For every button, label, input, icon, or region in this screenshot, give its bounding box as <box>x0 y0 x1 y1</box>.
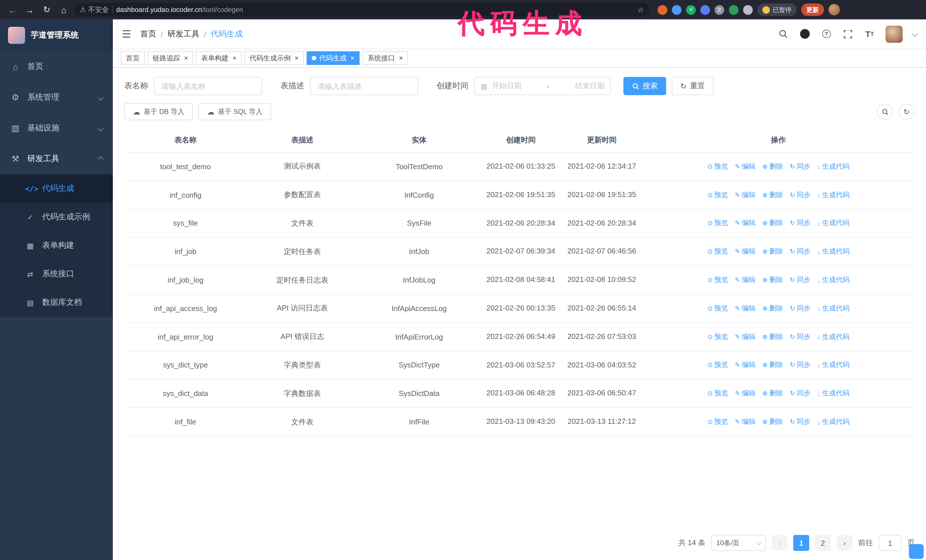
tab-code-generation[interactable]: 代码生成 × <box>307 51 360 65</box>
page-size-select[interactable]: 10条/页 <box>711 535 766 551</box>
edit-link[interactable]: ✎编辑 <box>735 332 755 341</box>
preview-link[interactable]: ⊙预览 <box>707 275 728 285</box>
tab-home[interactable]: 首页 <box>121 51 145 65</box>
generate-link[interactable]: ↓生成代码 <box>817 162 849 172</box>
extension-icon-blue-drop[interactable] <box>672 5 682 15</box>
extension-icon-people[interactable] <box>701 5 710 15</box>
preview-link[interactable]: ⊙预览 <box>707 332 728 341</box>
delete-link[interactable]: ⊗删除 <box>763 247 783 257</box>
table-name-input[interactable] <box>154 77 262 95</box>
edit-link[interactable]: ✎编辑 <box>735 219 755 228</box>
import-sql-button[interactable]: ☁ 基于 SQL 导入 <box>198 103 271 120</box>
sidebar-item-infrastructure[interactable]: ▥ 基础设施 <box>0 113 113 143</box>
delete-link[interactable]: ⊗删除 <box>763 275 783 285</box>
preview-link[interactable]: ⊙预览 <box>707 162 728 172</box>
sidebar-item-database-doc[interactable]: ▤ 数据库文档 <box>0 288 113 317</box>
preview-link[interactable]: ⊙预览 <box>707 303 728 313</box>
delete-link[interactable]: ⊗删除 <box>763 162 783 172</box>
security-warning[interactable]: ⚠ 不安全 <box>80 5 109 15</box>
tab-close-icon[interactable]: × <box>399 55 403 62</box>
toggle-search-button[interactable] <box>877 104 893 120</box>
generate-link[interactable]: ↓生成代码 <box>817 389 849 398</box>
sync-link[interactable]: ↻同步 <box>790 247 810 257</box>
delete-link[interactable]: ⊗删除 <box>763 417 783 427</box>
browser-home-icon[interactable]: ⌂ <box>57 3 71 17</box>
search-button[interactable]: 搜索 <box>623 77 666 95</box>
fullscreen-icon[interactable] <box>842 28 853 39</box>
edit-link[interactable]: ✎编辑 <box>735 303 755 313</box>
table-desc-input[interactable] <box>310 77 418 95</box>
edit-link[interactable]: ✎编辑 <box>735 247 755 257</box>
extension-icon-green-v[interactable]: V <box>686 5 696 15</box>
sync-link[interactable]: ↻同步 <box>790 389 810 398</box>
help-icon[interactable]: ? <box>820 28 832 39</box>
sync-link[interactable]: ↻同步 <box>790 332 810 341</box>
edit-link[interactable]: ✎编辑 <box>735 360 755 370</box>
generate-link[interactable]: ↓生成代码 <box>817 332 849 341</box>
app-logo[interactable]: 芋道管理系统 <box>0 20 113 51</box>
sync-link[interactable]: ↻同步 <box>790 162 810 172</box>
preview-link[interactable]: ⊙预览 <box>707 389 728 398</box>
delete-link[interactable]: ⊗删除 <box>763 332 783 341</box>
breadcrumb-home[interactable]: 首页 <box>140 29 156 39</box>
import-db-button[interactable]: ☁ 基于 DB 导入 <box>124 103 193 120</box>
tab-tracing[interactable]: 链路追踪 × <box>148 51 193 65</box>
generate-link[interactable]: ↓生成代码 <box>817 275 849 285</box>
generate-link[interactable]: ↓生成代码 <box>817 219 849 228</box>
url-text[interactable]: dashboard.yudao.iocoder.cn/tool/codegen <box>116 6 243 14</box>
delete-link[interactable]: ⊗删除 <box>763 190 783 200</box>
prev-page-button[interactable]: ‹ <box>772 535 788 551</box>
page-2-button[interactable]: 2 <box>815 535 831 551</box>
extension-icon-green-leaf[interactable] <box>729 5 738 15</box>
edit-link[interactable]: ✎编辑 <box>735 417 755 427</box>
avatar-caret-icon[interactable] <box>912 31 918 37</box>
extension-icon-translate[interactable]: 文 <box>714 5 724 15</box>
hamburger-icon[interactable]: ☰ <box>122 28 131 40</box>
extensions-puzzle-icon[interactable] <box>743 5 753 15</box>
tab-close-icon[interactable]: × <box>295 55 299 62</box>
reset-button[interactable]: ↻ 重置 <box>672 77 713 95</box>
delete-link[interactable]: ⊗删除 <box>763 389 783 398</box>
sync-link[interactable]: ↻同步 <box>790 275 810 285</box>
sync-link[interactable]: ↻同步 <box>790 219 810 228</box>
generate-link[interactable]: ↓生成代码 <box>817 190 849 200</box>
edit-link[interactable]: ✎编辑 <box>735 162 755 172</box>
preview-link[interactable]: ⊙预览 <box>707 219 728 228</box>
browser-forward-icon[interactable]: → <box>23 3 36 17</box>
back-to-top-button[interactable] <box>909 544 924 559</box>
sync-link[interactable]: ↻同步 <box>790 360 810 370</box>
font-size-icon[interactable]: TT <box>864 28 875 39</box>
page-1-button[interactable]: 1 <box>793 535 809 551</box>
search-icon[interactable] <box>777 28 789 39</box>
sidebar-item-home[interactable]: ⌂ 首页 <box>0 51 113 82</box>
bookmark-star-icon[interactable]: ☆ <box>637 5 644 14</box>
tab-codegen-example[interactable]: 代码生成示例 × <box>244 51 304 65</box>
chrome-update-button[interactable]: 更新 <box>801 3 824 16</box>
goto-page-input[interactable] <box>879 535 902 551</box>
next-page-button[interactable]: › <box>837 535 852 551</box>
delete-link[interactable]: ⊗删除 <box>763 360 783 370</box>
sidebar-item-code-generation[interactable]: </> 代码生成 <box>0 174 113 203</box>
tab-close-icon[interactable]: × <box>351 55 354 62</box>
preview-link[interactable]: ⊙预览 <box>707 417 728 427</box>
sidebar-item-dev-tools[interactable]: ⚒ 研发工具 <box>0 143 113 174</box>
user-avatar[interactable] <box>885 25 903 42</box>
generate-link[interactable]: ↓生成代码 <box>817 303 849 313</box>
sync-link[interactable]: ↻同步 <box>790 190 810 200</box>
delete-link[interactable]: ⊗删除 <box>763 303 783 313</box>
edit-link[interactable]: ✎编辑 <box>735 190 755 200</box>
edit-link[interactable]: ✎编辑 <box>735 275 755 285</box>
paused-badge[interactable]: 已暂停 <box>757 3 797 16</box>
tab-system-api[interactable]: 系统接口 × <box>362 51 408 65</box>
browser-reload-icon[interactable]: ↻ <box>40 3 54 17</box>
sidebar-item-form-builder[interactable]: ▦ 表单构建 <box>0 231 113 260</box>
sidebar-item-codegen-example[interactable]: ✓ 代码生成示例 <box>0 203 113 231</box>
edit-link[interactable]: ✎编辑 <box>735 389 755 398</box>
tab-form-builder[interactable]: 表单构建 × <box>196 51 242 65</box>
browser-back-icon[interactable]: ← <box>6 3 20 17</box>
browser-profile-avatar[interactable] <box>829 4 840 15</box>
preview-link[interactable]: ⊙预览 <box>707 190 728 200</box>
generate-link[interactable]: ↓生成代码 <box>817 360 849 370</box>
preview-link[interactable]: ⊙预览 <box>707 247 728 257</box>
delete-link[interactable]: ⊗删除 <box>763 219 783 228</box>
